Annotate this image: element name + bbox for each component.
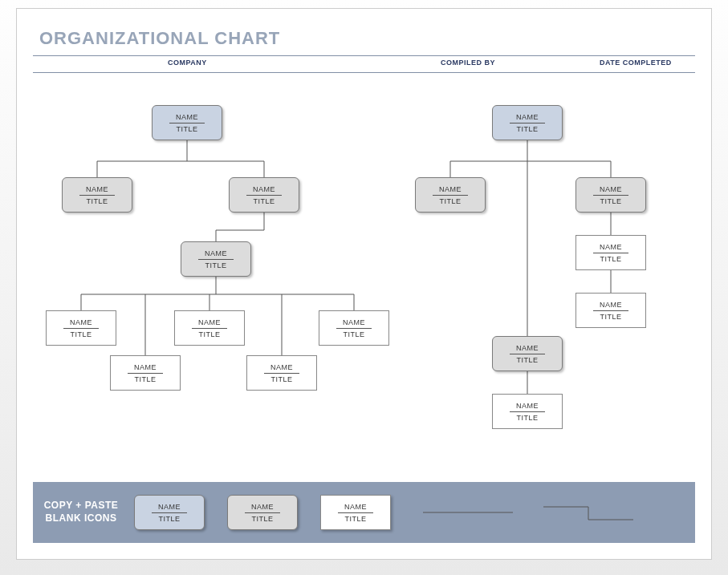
org-node[interactable]: NAMETITLE bbox=[575, 235, 646, 270]
node-divider bbox=[510, 354, 545, 354]
template-node-white[interactable]: NAMETITLE bbox=[320, 495, 391, 530]
node-divider bbox=[433, 195, 468, 196]
footer-icons: NAMETITLE NAMETITLE NAMETITLE bbox=[134, 495, 391, 530]
connector-sample-l[interactable] bbox=[540, 500, 636, 524]
org-node-root-right[interactable]: NAMETITLE bbox=[492, 105, 563, 140]
node-name: NAME bbox=[253, 185, 275, 193]
node-name: NAME bbox=[176, 113, 198, 121]
org-node[interactable]: NAMETITLE bbox=[492, 394, 563, 429]
template-node-blue[interactable]: NAMETITLE bbox=[134, 495, 205, 530]
node-name: NAME bbox=[344, 503, 367, 511]
org-node[interactable]: NAMETITLE bbox=[174, 310, 245, 346]
node-name: NAME bbox=[516, 344, 539, 352]
node-divider bbox=[79, 195, 115, 196]
node-title: TITLE bbox=[600, 197, 621, 205]
header-date-completed: DATE COMPLETED bbox=[600, 59, 672, 67]
node-divider bbox=[264, 373, 299, 374]
org-chart-canvas: NAME TITLE NAMETITLE NAMETITLE NAMETITLE… bbox=[17, 73, 711, 458]
node-name: NAME bbox=[270, 363, 293, 371]
node-title: TITLE bbox=[516, 125, 538, 133]
node-name: NAME bbox=[600, 301, 622, 309]
org-node[interactable]: NAMETITLE bbox=[575, 177, 646, 213]
node-name: NAME bbox=[343, 318, 365, 326]
page-title: ORGANIZATIONAL CHART bbox=[17, 9, 711, 55]
node-name: NAME bbox=[600, 243, 622, 251]
org-node-root-left[interactable]: NAME TITLE bbox=[152, 105, 222, 140]
node-divider bbox=[246, 195, 282, 196]
node-title: TITLE bbox=[600, 313, 621, 321]
node-name: NAME bbox=[134, 363, 157, 371]
node-divider bbox=[198, 259, 234, 260]
connector-sample-h[interactable] bbox=[420, 500, 516, 524]
node-divider bbox=[152, 512, 187, 513]
node-title: TITLE bbox=[86, 197, 108, 205]
node-name: NAME bbox=[86, 185, 108, 193]
footer-label: COPY + PASTEBLANK ICONS bbox=[33, 500, 129, 524]
node-divider bbox=[336, 328, 372, 329]
node-divider bbox=[510, 411, 545, 412]
header-compiled-by: COMPILED BY bbox=[441, 59, 495, 67]
template-node-gray[interactable]: NAMETITLE bbox=[227, 495, 298, 530]
node-name: NAME bbox=[600, 185, 622, 193]
node-title: TITLE bbox=[344, 515, 366, 523]
connector-samples bbox=[420, 500, 636, 524]
node-name: NAME bbox=[439, 185, 462, 193]
node-name: NAME bbox=[70, 318, 92, 326]
org-node[interactable]: NAMETITLE bbox=[62, 177, 132, 213]
header-row: COMPANY COMPILED BY DATE COMPLETED bbox=[33, 55, 695, 73]
node-divider bbox=[593, 195, 628, 196]
node-divider bbox=[63, 328, 99, 329]
org-node[interactable]: NAMETITLE bbox=[319, 310, 389, 346]
node-title: TITLE bbox=[251, 515, 273, 523]
node-divider bbox=[128, 373, 163, 374]
org-node[interactable]: NAMETITLE bbox=[415, 177, 486, 213]
node-title: TITLE bbox=[439, 197, 461, 205]
footer-bar: COPY + PASTEBLANK ICONS NAMETITLE NAMETI… bbox=[33, 482, 695, 543]
org-node[interactable]: NAMETITLE bbox=[492, 336, 563, 371]
document-page: ORGANIZATIONAL CHART COMPANY COMPILED BY… bbox=[16, 8, 712, 560]
node-divider bbox=[169, 123, 205, 124]
node-title: TITLE bbox=[600, 255, 621, 263]
node-title: TITLE bbox=[516, 356, 538, 364]
node-title: TITLE bbox=[253, 197, 275, 205]
node-name: NAME bbox=[205, 249, 227, 257]
header-company: COMPANY bbox=[168, 59, 207, 67]
node-name: NAME bbox=[516, 402, 539, 410]
node-title: TITLE bbox=[198, 330, 220, 338]
node-name: NAME bbox=[516, 113, 539, 121]
node-divider bbox=[338, 512, 373, 513]
node-title: TITLE bbox=[70, 330, 92, 338]
node-name: NAME bbox=[251, 503, 274, 511]
org-node[interactable]: NAMETITLE bbox=[229, 177, 299, 213]
node-name: NAME bbox=[158, 503, 181, 511]
org-node[interactable]: NAMETITLE bbox=[246, 355, 317, 391]
node-title: TITLE bbox=[158, 515, 180, 523]
node-title: TITLE bbox=[205, 261, 226, 269]
node-divider bbox=[192, 328, 227, 329]
node-title: TITLE bbox=[343, 330, 364, 338]
org-node[interactable]: NAMETITLE bbox=[46, 310, 116, 346]
org-node[interactable]: NAMETITLE bbox=[181, 241, 251, 277]
node-title: TITLE bbox=[134, 375, 156, 383]
node-title: TITLE bbox=[516, 414, 538, 422]
node-divider bbox=[593, 253, 628, 253]
org-node[interactable]: NAMETITLE bbox=[575, 293, 646, 328]
org-node[interactable]: NAMETITLE bbox=[110, 355, 181, 391]
node-divider bbox=[245, 512, 280, 513]
node-divider bbox=[593, 310, 628, 311]
node-name: NAME bbox=[198, 318, 221, 326]
node-divider bbox=[510, 123, 545, 124]
node-title: TITLE bbox=[270, 375, 292, 383]
node-title: TITLE bbox=[176, 125, 197, 133]
